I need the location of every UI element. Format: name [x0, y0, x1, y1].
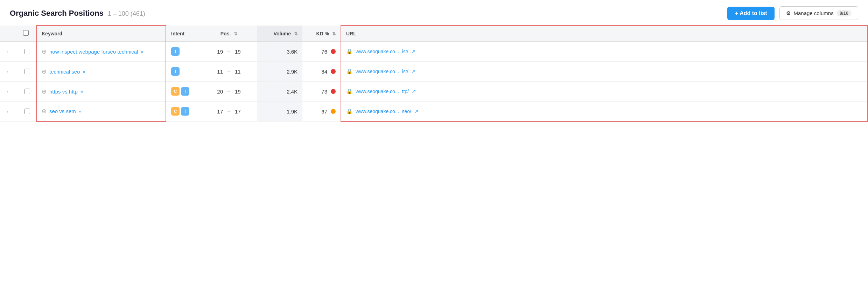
row-checkbox[interactable]: [24, 89, 30, 94]
row-check-cell: [18, 102, 36, 122]
select-all-checkbox[interactable]: [23, 30, 29, 36]
expand-chevron[interactable]: ›: [7, 109, 11, 115]
pos-to: 19: [235, 89, 241, 95]
kd-dot: [331, 89, 336, 94]
intent-badge-i: I: [181, 107, 189, 116]
kd-dot: [331, 69, 336, 74]
external-link-icon[interactable]: ↗: [412, 88, 416, 95]
row-url-cell: 🔒 www.seoquake.co... seo/ ↗: [341, 102, 868, 122]
expand-chevron[interactable]: ›: [7, 69, 11, 75]
lock-icon: 🔒: [346, 48, 353, 55]
table-header-row: Keyword Intent Pos. ⇅ Volume ⇅ KD % ⇅: [0, 26, 868, 42]
volume-sort-icon: ⇅: [294, 32, 298, 36]
row-check-cell: [18, 62, 36, 82]
external-link-icon[interactable]: ↗: [411, 68, 415, 75]
row-checkbox[interactable]: [24, 49, 30, 54]
gear-icon: ⚙: [786, 10, 791, 16]
row-keyword-cell: ⊕ how inspect webpage forseo technical »: [36, 42, 166, 62]
row-url-cell: 🔒 www.seoquake.co... ttp/ ↗: [341, 82, 868, 102]
intent-badge-i: I: [181, 87, 189, 96]
volume-value: 3.6K: [287, 49, 298, 55]
kd-value: 76: [321, 49, 327, 55]
add-keyword-icon[interactable]: ⊕: [42, 108, 47, 115]
row-kd-cell: 67: [302, 102, 341, 122]
pos-from: 20: [217, 89, 223, 95]
keyword-link[interactable]: seo vs sem: [49, 108, 76, 114]
row-kd-cell: 73: [302, 82, 341, 102]
row-kd-cell: 76: [302, 42, 341, 62]
url-suffix: seo/: [402, 109, 411, 114]
keyword-expand-icon[interactable]: »: [83, 69, 85, 74]
intent-badge-c: C: [171, 87, 180, 96]
row-pos-cell: 11 → 11: [201, 62, 257, 82]
header-intent: Intent: [166, 26, 201, 42]
url-domain[interactable]: www.seoquake.co...: [356, 69, 399, 74]
external-link-icon[interactable]: ↗: [414, 108, 419, 115]
kd-value: 73: [321, 89, 327, 95]
add-to-list-button[interactable]: + Add to list: [727, 7, 775, 20]
url-domain[interactable]: www.seoquake.co...: [356, 89, 399, 94]
pos-to: 19: [235, 49, 241, 55]
header-keyword: Keyword: [36, 26, 166, 42]
row-checkbox[interactable]: [24, 109, 30, 114]
url-suffix: ttp/: [402, 89, 409, 94]
pos-from: 19: [217, 49, 223, 55]
table-row: › ⊕ https vs http » CI 20 → 19: [0, 82, 868, 102]
expand-chevron[interactable]: ›: [7, 89, 11, 95]
row-pos-cell: 20 → 19: [201, 82, 257, 102]
manage-columns-button[interactable]: ⚙ Manage columns 8/16: [779, 6, 858, 20]
keyword-expand-icon[interactable]: »: [80, 89, 83, 94]
add-keyword-icon[interactable]: ⊕: [42, 88, 47, 95]
row-keyword-cell: ⊕ https vs http »: [36, 82, 166, 102]
volume-value: 2.9K: [287, 69, 298, 75]
keyword-expand-icon[interactable]: »: [141, 49, 144, 54]
row-checkbox[interactable]: [24, 69, 30, 74]
row-intent-cell: CI: [166, 82, 201, 102]
row-intent-cell: I: [166, 42, 201, 62]
url-domain[interactable]: www.seoquake.co...: [356, 109, 399, 114]
header-check: [18, 26, 36, 42]
external-link-icon[interactable]: ↗: [411, 48, 415, 55]
manage-columns-label: Manage columns: [793, 10, 833, 16]
intent-badge-c: C: [171, 107, 180, 116]
results-table: Keyword Intent Pos. ⇅ Volume ⇅ KD % ⇅: [0, 25, 868, 122]
table-row: › ⊕ seo vs sem » CI 17 → 17: [0, 102, 868, 122]
keyword-link[interactable]: how inspect webpage forseo technical: [49, 49, 138, 55]
expand-chevron[interactable]: ›: [7, 49, 11, 55]
url-domain[interactable]: www.seoquake.co...: [356, 49, 399, 54]
row-expand-cell: ›: [0, 42, 18, 62]
row-volume-cell: 3.6K: [257, 42, 302, 62]
header-pos[interactable]: Pos. ⇅: [201, 26, 257, 42]
url-suffix: ist/: [402, 69, 408, 74]
row-keyword-cell: ⊕ technical seo »: [36, 62, 166, 82]
table-row: › ⊕ technical seo » I 11 → 11: [0, 62, 868, 82]
keyword-link[interactable]: https vs http: [49, 89, 78, 95]
header-url: URL: [341, 26, 868, 42]
header-kd[interactable]: KD % ⇅: [302, 26, 341, 42]
intent-group: I: [171, 47, 196, 56]
lock-icon: 🔒: [346, 108, 353, 115]
add-keyword-icon[interactable]: ⊕: [42, 68, 47, 75]
row-url-cell: 🔒 www.seoquake.co... ist/ ↗: [341, 62, 868, 82]
header-bar: Organic Search Positions 1 – 100 (461) +…: [0, 0, 868, 25]
pos-arrow-icon: →: [226, 89, 231, 94]
pos-arrow-icon: →: [226, 109, 231, 114]
keyword-link[interactable]: technical seo: [49, 69, 80, 75]
table-row: › ⊕ how inspect webpage forseo technical…: [0, 42, 868, 62]
intent-badge-i: I: [171, 67, 180, 76]
pos-arrow-icon: →: [226, 69, 231, 74]
row-volume-cell: 2.4K: [257, 82, 302, 102]
row-url-cell: 🔒 www.seoquake.co... ist/ ↗: [341, 42, 868, 62]
kd-value: 84: [321, 69, 327, 75]
volume-value: 2.4K: [287, 89, 298, 95]
kd-dot: [331, 49, 336, 54]
row-intent-cell: I: [166, 62, 201, 82]
header-volume[interactable]: Volume ⇅: [257, 26, 302, 42]
header-actions: + Add to list ⚙ Manage columns 8/16: [727, 6, 858, 20]
row-check-cell: [18, 42, 36, 62]
add-keyword-icon[interactable]: ⊕: [42, 48, 47, 55]
keyword-expand-icon[interactable]: »: [79, 109, 81, 114]
page-title: Organic Search Positions: [10, 9, 104, 18]
pos-from: 11: [217, 69, 223, 75]
volume-value: 1.9K: [287, 109, 298, 115]
